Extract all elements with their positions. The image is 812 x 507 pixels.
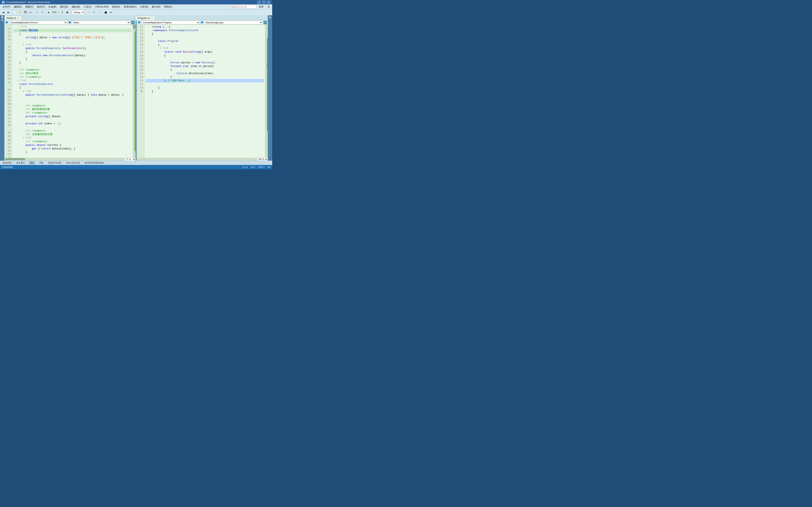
menu-tools[interactable]: 工具(T) xyxy=(82,5,93,9)
left-editor-pane: 🔷 ConsoleApplication1.Person 🔷 Datas + 1… xyxy=(4,20,136,161)
tab-model-cs-close[interactable]: ✕ xyxy=(17,17,19,19)
menu-arch[interactable]: 体系结构(C) xyxy=(122,5,138,9)
split-editor: 🔷 ConsoleApplication1.Person 🔷 Datas + 1… xyxy=(4,20,268,161)
bottom-tab-nuget[interactable]: 程序包管理器控制台 xyxy=(84,161,106,165)
r-code-line-17: static void Main(string[] args) xyxy=(146,50,264,54)
bottom-tab-find-symbol[interactable]: 查找符号结果 xyxy=(47,161,63,165)
toolbar-step-into[interactable]: ↓ xyxy=(86,10,91,15)
code-line-17: return new PersonEnumerator(Datas); xyxy=(13,54,131,57)
toolbar-start[interactable]: ▶ xyxy=(46,10,51,15)
code-line-14 xyxy=(13,40,131,43)
side-tab-resource-explorer[interactable]: 资源管理器 xyxy=(0,16,4,18)
menu-file[interactable]: 文件(F) xyxy=(1,5,12,9)
menu-window[interactable]: 窗口(W) xyxy=(150,5,162,9)
code-line-40: get { return Datas[index]; } xyxy=(13,147,131,151)
right-scrollbar[interactable] xyxy=(265,25,268,158)
toolbar-undo[interactable]: ↩ xyxy=(35,10,40,15)
r-code-line-25[interactable]: } // END Main () xyxy=(146,79,264,82)
right-breadcrumb-class-select[interactable]: ConsoleApplication1.Program xyxy=(142,21,200,24)
menu-visualsvn[interactable]: VISUALSVN xyxy=(94,5,110,9)
meta-38: 0 个引用 xyxy=(13,136,131,140)
left-collapse-btn[interactable]: + xyxy=(131,21,135,24)
toolbar-sep-3 xyxy=(45,10,46,14)
right-code-content[interactable]: +using [...] -namespace ConsoleApplicati… xyxy=(145,25,265,158)
toolbar-redo[interactable]: ↪ xyxy=(40,10,45,15)
bottom-tab-errors[interactable]: 错误列表 xyxy=(2,161,13,165)
code-line-12: { xyxy=(13,32,131,36)
menu-test[interactable]: 测试(S) xyxy=(111,5,122,9)
left-breadcrumb-member-select[interactable]: Datas xyxy=(72,21,130,24)
r-code-line-26 xyxy=(146,82,264,86)
code-line-11[interactable]: class Person xyxy=(13,29,131,32)
left-line-numbers: 11 12 13 14 ⋯ 15 16 17 18 19 20 21 22 23 xyxy=(4,25,12,158)
left-code-content[interactable]: 2 个引用 class Person { string[] Datas = ne… xyxy=(12,25,133,158)
toolbar-save[interactable]: 💾 xyxy=(23,10,28,15)
left-scroll-thumb[interactable] xyxy=(133,25,135,29)
side-tab-toolbox[interactable]: 工具箱 xyxy=(0,21,4,24)
right-collapse-btn[interactable]: + xyxy=(263,21,267,24)
right-breadcrumb-bar: 🔷 ConsoleApplication1.Program 🔷 Main(str… xyxy=(137,20,268,25)
bottom-tab-cmd[interactable]: 命令窗口 xyxy=(15,161,26,165)
bottom-tab-output[interactable]: 输出 xyxy=(29,161,36,165)
menu-edit[interactable]: 编辑(E) xyxy=(12,5,23,9)
toolbar-pause[interactable]: ⏸ xyxy=(60,10,64,15)
toolbar-step-out[interactable]: ↑ xyxy=(97,10,101,15)
code-line-23: /// </summary> xyxy=(13,75,131,79)
left-breadcrumb-class-select[interactable]: ConsoleApplication1.Person xyxy=(9,21,67,24)
minimize-button[interactable]: — xyxy=(257,0,261,4)
code-line-42 xyxy=(13,154,131,158)
maximize-button[interactable]: □ xyxy=(262,0,266,4)
toolbar-start-label: 启动 ▾ xyxy=(52,11,59,14)
bottom-tab-bookmarks[interactable]: 书签 xyxy=(38,161,45,165)
left-hscrollbar[interactable]: 77 % xyxy=(4,158,136,161)
toolbar-back[interactable]: ◀ xyxy=(1,10,6,15)
menu-analyze[interactable]: 分析(N) xyxy=(139,5,150,9)
debug-mode-select[interactable]: Debug xyxy=(72,10,85,14)
right-line-numbers: 11 12 13 14 15 16 17 18 19 20 21 22 23 2… xyxy=(137,25,145,158)
left-scrollbar[interactable] xyxy=(133,25,136,158)
vs-icon: VS xyxy=(2,1,5,4)
menu-build[interactable]: 生成(B) xyxy=(47,5,58,9)
toolbar-save-all[interactable]: 🗂 xyxy=(28,10,33,15)
close-button[interactable]: ✕ xyxy=(267,0,271,4)
code-line-28 xyxy=(13,100,131,104)
status-right: 行 11 列 2 字符 2 Ins xyxy=(243,166,271,169)
quick-search-input[interactable] xyxy=(228,5,257,9)
tab-model-cs[interactable]: Model.cs ✕ xyxy=(4,16,21,20)
tab-program-cs-close[interactable]: ✕ xyxy=(151,17,153,19)
side-tab-properties[interactable]: 属性 xyxy=(268,19,272,21)
right-hscrollbar[interactable]: 100 % xyxy=(137,158,268,161)
r-code-line-20: Person person = new Person(); xyxy=(146,61,264,64)
bottom-tab-web-publish[interactable]: Web 发布活动 xyxy=(65,161,81,165)
title-bar-text: ConsoleApplication1 - Microsoft Visual S… xyxy=(6,1,257,3)
toolbar-step-over[interactable]: ↷ xyxy=(92,10,96,15)
right-breadcrumb-member-select[interactable]: Main(string[] args) xyxy=(204,21,263,24)
side-panel-left: 资源管理器 服务器资源管理器 工具箱 xyxy=(0,15,4,161)
editor-area: Model.cs ✕ Program.cs ✕ 🔷 ConsoleAppl xyxy=(4,15,268,161)
menu-help[interactable]: 帮助(H) xyxy=(162,5,174,9)
left-zoom-select[interactable]: 77 % xyxy=(124,157,136,161)
toolbar-breakpoint[interactable]: ⬤ xyxy=(103,10,108,15)
login-button[interactable]: 登录 xyxy=(257,5,265,9)
menu-project[interactable]: 项目(P) xyxy=(35,5,46,9)
left-code-area: 11 12 13 14 ⋯ 15 16 17 18 19 20 21 22 23 xyxy=(4,25,136,158)
r-code-line-29 xyxy=(146,93,264,97)
toolbar-more[interactable]: ≫ xyxy=(108,10,113,15)
left-breadcrumb-icon-1: 🔷 xyxy=(5,21,8,24)
menu-team[interactable]: 团队(M) xyxy=(70,5,82,9)
meta-15: 0 个引用 xyxy=(13,43,131,47)
code-line-33 xyxy=(13,118,131,122)
toolbar-stop[interactable]: ⏹ xyxy=(65,10,70,15)
toolbar-open[interactable]: 📂 xyxy=(18,10,22,15)
toolbar-forward[interactable]: ▶ xyxy=(6,10,11,15)
menu-debug[interactable]: 调试(D) xyxy=(58,5,70,9)
tab-program-cs[interactable]: Program.cs ✕ xyxy=(135,16,155,20)
settings-button[interactable]: ⚙ xyxy=(266,5,271,9)
side-tab-server-explorer[interactable]: 服务器资源管理器 xyxy=(0,19,4,21)
toolbar-new[interactable]: 📄 xyxy=(12,10,17,15)
left-hscroll-thumb[interactable] xyxy=(5,158,25,160)
menu-view[interactable]: 视图(V) xyxy=(24,5,35,9)
title-bar-controls[interactable]: — □ ✕ xyxy=(257,0,271,4)
side-tab-class-view[interactable]: 类视图 xyxy=(268,16,272,18)
right-zoom-select[interactable]: 100 % xyxy=(257,157,268,161)
